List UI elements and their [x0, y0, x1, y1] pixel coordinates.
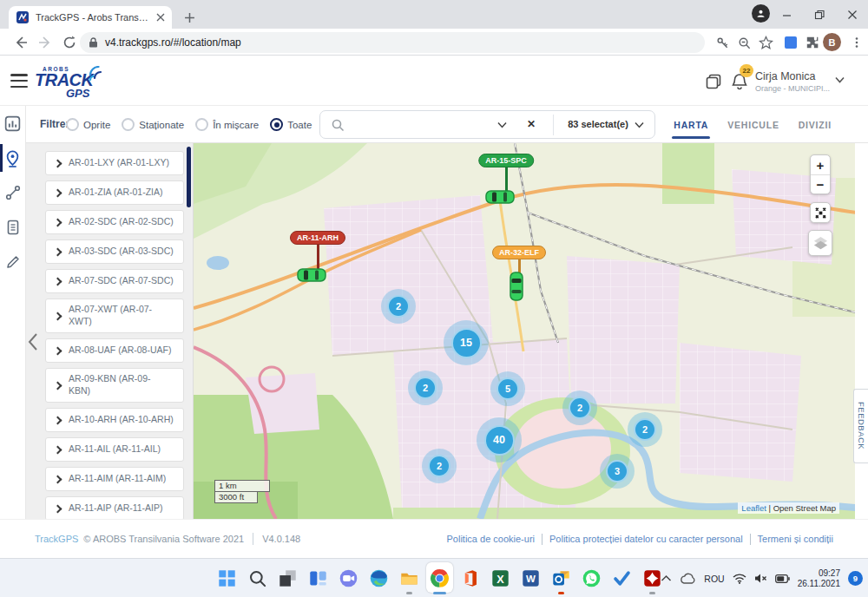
chevron-right-icon[interactable] — [54, 218, 62, 226]
bookmark-star-icon[interactable] — [757, 34, 774, 51]
list-scrollbar[interactable] — [187, 147, 191, 207]
vehicle-plate-marker[interactable]: AR-32-ELF — [492, 246, 546, 259]
sidebar-collapse-icon[interactable] — [28, 332, 38, 351]
cluster-marker[interactable]: 15 — [444, 320, 489, 365]
filter-radio-în-mișcare[interactable]: În mișcare — [195, 118, 259, 131]
vehicle-list-item[interactable]: AR-10-ARH (AR-10-ARH) — [45, 408, 184, 432]
hamburger-menu-icon[interactable] — [10, 74, 28, 88]
cluster-marker[interactable]: 3 — [600, 454, 635, 489]
chevron-right-icon[interactable] — [54, 159, 62, 167]
radio-circle-icon[interactable] — [66, 118, 79, 131]
tab-vehicule[interactable]: VEHICULE — [727, 116, 779, 134]
filter-radio-toate[interactable]: Toate — [270, 118, 312, 131]
reload-icon[interactable] — [61, 34, 78, 51]
vehicle-list-item[interactable]: AR-09-KBN (AR-09-KBN) — [45, 368, 184, 403]
feedback-tab[interactable]: FEEDBACK — [853, 389, 868, 463]
chevron-right-icon[interactable] — [54, 188, 62, 197]
taskbar-chrome-icon[interactable] — [424, 561, 455, 596]
taskbar-start-icon[interactable] — [212, 561, 242, 596]
footer-brand-link[interactable]: TrackGPS — [35, 534, 78, 544]
onedrive-cloud-icon[interactable] — [680, 573, 696, 584]
filter-radio-oprite[interactable]: Oprite — [66, 118, 110, 131]
nav-pencil-icon[interactable] — [0, 252, 26, 272]
url-text[interactable]: v4.trackgps.ro/#/location/map — [105, 36, 696, 49]
chevron-right-icon[interactable] — [54, 504, 62, 513]
taskbar-widgets-icon[interactable] — [303, 561, 333, 596]
cluster-marker[interactable]: 2 — [381, 289, 416, 324]
chevron-right-icon[interactable] — [54, 416, 62, 424]
footer-link[interactable]: Politica de cookie-uri — [447, 534, 536, 544]
user-menu[interactable]: Cirja Monica Orange - MUNICIPI... — [755, 70, 832, 93]
pages-copy-icon[interactable] — [703, 71, 724, 92]
tab-harta[interactable]: HARTA — [674, 116, 708, 134]
extension-blue-icon[interactable] — [782, 34, 799, 51]
zoom-out-button[interactable]: − — [811, 174, 830, 194]
taskbar-photos-icon[interactable] — [273, 561, 303, 596]
user-chevron-down-icon[interactable] — [835, 76, 845, 83]
taskbar-whatsapp-icon[interactable] — [576, 561, 607, 596]
selected-chevron-icon[interactable] — [635, 121, 644, 128]
browser-profile-badge-icon[interactable] — [752, 4, 770, 23]
vehicle-list-item[interactable]: AR-11-AIL (AR-11-AIL) — [45, 437, 184, 462]
cluster-marker[interactable]: 2 — [628, 412, 662, 447]
lock-icon[interactable] — [89, 37, 98, 48]
vehicle-car-icon[interactable] — [505, 272, 524, 301]
vehicle-list-item[interactable]: AR-07-XWT (AR-07-XWT) — [45, 298, 184, 333]
taskbar-word-icon[interactable]: W — [516, 561, 546, 596]
vehicle-list-item[interactable]: AR-01-ZIA (AR-01-ZIA) — [45, 180, 184, 205]
footer-link[interactable]: Politica protecției datelor cu caracter … — [549, 534, 743, 544]
window-minimize-button[interactable] — [774, 5, 799, 24]
battery-icon[interactable] — [775, 574, 790, 583]
nav-route-icon[interactable] — [0, 182, 26, 203]
leaflet-link[interactable]: Leaflet — [741, 503, 766, 513]
nav-location-pin-icon[interactable] — [0, 148, 26, 168]
wifi-icon[interactable] — [733, 574, 746, 584]
taskbar-excel-icon[interactable]: X — [485, 561, 516, 596]
chevron-right-icon[interactable] — [54, 247, 62, 256]
vehicle-list-item[interactable]: AR-08-UAF (AR-08-UAF) — [45, 338, 184, 363]
cluster-marker[interactable]: 40 — [477, 417, 522, 463]
password-key-icon[interactable] — [713, 34, 731, 51]
forward-icon[interactable] — [36, 34, 54, 51]
back-icon[interactable] — [12, 34, 30, 51]
cluster-marker[interactable]: 2 — [562, 390, 597, 425]
layers-button[interactable] — [808, 230, 832, 256]
tab-divizii[interactable]: DIVIZII — [799, 116, 832, 134]
filter-radio-staționate[interactable]: Staționate — [122, 118, 184, 131]
zoom-out-page-icon[interactable] — [735, 34, 753, 51]
taskbar-explorer-icon[interactable] — [394, 561, 424, 596]
volume-muted-icon[interactable] — [754, 573, 767, 584]
taskbar-todo-icon[interactable] — [607, 561, 637, 596]
vehicle-list-item[interactable]: AR-11-AIM (AR-11-AIM) — [45, 467, 184, 491]
map[interactable]: 21525224023AR-15-SPCAR-11-ARHAR-32-ELF +… — [193, 143, 855, 519]
tray-chevron-up-icon[interactable] — [661, 574, 672, 582]
address-bar[interactable]: v4.trackgps.ro/#/location/map — [80, 32, 705, 53]
vehicle-search-box[interactable]: ✕ 83 selectat(e) — [319, 110, 655, 139]
taskbar-edge-icon[interactable] — [364, 561, 394, 596]
taskbar-teams-icon[interactable] — [333, 561, 364, 596]
chevron-right-icon[interactable] — [54, 346, 62, 355]
cluster-marker[interactable]: 2 — [422, 449, 457, 483]
fullscreen-button[interactable] — [810, 202, 831, 223]
vehicle-list-item[interactable]: AR-07-SDC (AR-07-SDC) — [45, 269, 184, 293]
window-close-button[interactable] — [840, 5, 865, 24]
window-restore-button[interactable] — [807, 5, 832, 24]
footer-link[interactable]: Termeni și condiții — [758, 534, 833, 544]
taskbar-office-icon[interactable] — [455, 561, 485, 596]
vehicle-plate-marker[interactable]: AR-15-SPC — [478, 154, 534, 167]
taskbar-outlook-icon[interactable] — [546, 561, 576, 596]
notification-count-badge[interactable]: 9 — [848, 571, 863, 586]
zoom-in-button[interactable]: + — [811, 155, 830, 174]
cluster-marker[interactable]: 5 — [490, 371, 525, 406]
selected-count[interactable]: 83 selectat(e) — [567, 119, 629, 129]
browser-avatar[interactable]: B — [823, 33, 841, 51]
search-dropdown-chevron-icon[interactable] — [497, 121, 507, 128]
tab-close-icon[interactable] — [156, 13, 165, 22]
nav-document-icon[interactable] — [0, 217, 26, 238]
extensions-puzzle-icon[interactable] — [804, 34, 821, 51]
radio-circle-icon[interactable] — [195, 118, 208, 131]
vehicle-plate-marker[interactable]: AR-11-ARH — [290, 231, 345, 245]
taskbar-clock[interactable]: 09:27 26.11.2021 — [798, 568, 840, 589]
taskbar-search-icon[interactable] — [242, 561, 273, 596]
cluster-marker[interactable]: 2 — [408, 371, 443, 405]
